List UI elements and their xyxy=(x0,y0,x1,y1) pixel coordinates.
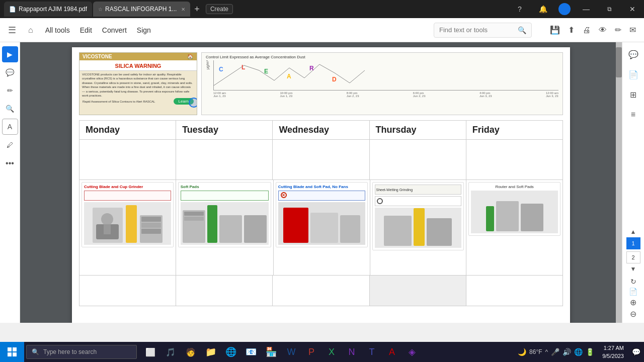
minimize-button[interactable]: — xyxy=(575,0,598,18)
draw-tool[interactable]: ✏ xyxy=(2,82,18,99)
new-tab-button[interactable]: + xyxy=(190,0,204,18)
tray-chevron[interactable]: ^ xyxy=(545,348,548,355)
svg-text:E: E xyxy=(264,68,268,75)
assessment-text: Rapid Assessment of Silica Contours to A… xyxy=(83,100,155,103)
zoom-out-icon[interactable]: ⊖ xyxy=(630,309,636,319)
svg-rect-11 xyxy=(8,352,12,356)
excel-icon[interactable]: X xyxy=(322,342,341,362)
cal-cell-empty-thu xyxy=(370,140,466,179)
chart-unit: μg/m³ xyxy=(206,60,209,69)
notification-icon[interactable]: 💬 xyxy=(628,342,644,362)
refresh-icon[interactable]: ↻ xyxy=(630,278,636,286)
nav-convert[interactable]: Convert xyxy=(102,26,127,34)
powerpoint-icon[interactable]: P xyxy=(302,342,321,362)
explorer-icon[interactable]: 📁 xyxy=(201,342,220,362)
cal-bottom-mon xyxy=(79,276,176,306)
home-icon[interactable]: ⌂ xyxy=(28,26,33,35)
pen-icon[interactable]: ✏ xyxy=(615,25,621,35)
svg-rect-12 xyxy=(13,352,17,356)
pdf-page: VICOSTONE 🏠 SILICA WARNING VICOSTONE pro… xyxy=(72,47,570,323)
start-button[interactable] xyxy=(0,342,24,362)
text-tool[interactable]: A xyxy=(2,119,18,135)
cal-wed-activity: Cutting Blade and Soft Pad, No Fans ✕ xyxy=(274,180,370,275)
word-icon[interactable]: W xyxy=(282,342,301,362)
teams-icon[interactable]: T xyxy=(362,342,381,362)
upload-icon[interactable]: ⬆ xyxy=(568,25,575,35)
svg-rect-10 xyxy=(13,347,17,351)
search-input[interactable] xyxy=(439,26,515,34)
bell-icon[interactable]: 🔔 xyxy=(531,0,554,18)
view-icon[interactable]: 👁 xyxy=(599,26,607,35)
onenote-icon[interactable]: N xyxy=(342,342,361,362)
nav-alltools[interactable]: All tools xyxy=(45,26,70,34)
mail-icon[interactable]: ✉ xyxy=(629,25,636,35)
tab-1[interactable]: 📄 Rappaport AJIM 1984.pdf xyxy=(4,2,92,17)
page-1-button[interactable]: 1 xyxy=(626,237,640,249)
tray-moon-icon: 🌙 xyxy=(518,348,526,356)
edge-icon[interactable]: 🌐 xyxy=(221,342,240,362)
select-tool[interactable]: ▶ xyxy=(2,46,18,62)
right-thumbnail-icon[interactable]: 📄 xyxy=(625,66,641,82)
tab1-favicon: 📄 xyxy=(9,6,16,13)
svg-rect-8 xyxy=(104,224,111,234)
nav-edit[interactable]: Edit xyxy=(80,26,92,34)
page-2-button[interactable]: 2 xyxy=(626,251,640,263)
svg-text:D: D xyxy=(332,76,337,83)
wed-card-bar-graph: ✕ xyxy=(278,191,365,201)
tue-card-image xyxy=(181,202,269,245)
scroll-down-arrow[interactable]: ▼ xyxy=(630,265,636,273)
tray-battery-icon: 🔋 xyxy=(586,348,594,356)
day-friday: Friday xyxy=(466,121,562,139)
acrobat-icon[interactable]: A xyxy=(382,342,401,362)
mail-taskbar-icon[interactable]: 📧 xyxy=(242,342,261,362)
toolbar-icons: 💾 ⬆ 🖨 👁 ✏ ✉ xyxy=(550,25,636,35)
calendar-grid: Monday Tuesday Wednesday Thursday Friday xyxy=(79,120,563,306)
taskbar-clock[interactable]: 1:27 AM 9/5/2023 xyxy=(598,344,628,360)
person-icon[interactable]: 🧑 xyxy=(181,342,200,362)
close-button[interactable]: ✕ xyxy=(621,0,644,18)
zoom-tool[interactable]: 🔍 xyxy=(2,101,18,117)
save-icon[interactable]: 💾 xyxy=(550,25,560,35)
taskview-icon[interactable]: ⬜ xyxy=(141,342,160,362)
maximize-button[interactable]: ⧉ xyxy=(598,0,621,18)
vs-icon[interactable]: ◈ xyxy=(403,342,422,362)
comment-tool[interactable]: 💬 xyxy=(2,64,18,80)
tab2-close[interactable]: ✕ xyxy=(181,7,185,12)
silica-warning-title: SILICA WARNING xyxy=(115,63,162,69)
create-button[interactable]: Create xyxy=(206,4,233,14)
music-icon[interactable]: 🎵 xyxy=(161,342,180,362)
mon-card-bar-graph xyxy=(84,191,171,201)
cal-thu-activity: Sheet-Wetting Grinding xyxy=(370,180,467,275)
help-icon[interactable]: ? xyxy=(508,0,531,18)
nav-sign[interactable]: Sign xyxy=(137,26,151,34)
day-monday: Monday xyxy=(79,121,176,139)
right-comment-icon[interactable]: 💬 xyxy=(625,46,641,62)
svg-text:R: R xyxy=(309,65,314,72)
search-box[interactable]: 🔍 xyxy=(434,23,532,38)
right-grid-icon[interactable]: ⊞ xyxy=(625,86,641,103)
silica-body-text: VICOSTONE products can be used safely fo… xyxy=(79,71,197,97)
left-sidebar: ▶ 💬 ✏ 🔍 A 🖊 ••• xyxy=(0,42,20,323)
signature-tool[interactable]: 🖊 xyxy=(2,137,18,153)
taskbar-search[interactable]: 🔍 Type here to search xyxy=(26,345,137,359)
hamburger-menu-icon[interactable]: ☰ xyxy=(8,25,16,36)
fit-page-icon[interactable]: 📄 xyxy=(629,288,637,296)
tab2-star: ☆ xyxy=(98,7,103,12)
right-layers-icon[interactable]: ≡ xyxy=(625,107,641,123)
print-icon[interactable]: 🖨 xyxy=(583,26,591,35)
vertical-scrollbar[interactable] xyxy=(616,42,622,323)
day-wednesday: Wednesday xyxy=(273,121,369,139)
user-avatar[interactable] xyxy=(558,3,571,15)
store-icon[interactable]: 🏪 xyxy=(262,342,281,362)
cal-bottom-tue xyxy=(176,276,273,306)
activity-card-fri: Router and Soft Pads xyxy=(468,182,560,236)
tab-2[interactable]: ☆ RASCAL INFOGRAPH 1... ✕ xyxy=(93,2,190,17)
tray-network-icon[interactable]: 🌐 xyxy=(574,348,583,356)
day-tuesday: Tuesday xyxy=(176,121,273,139)
tray-volume-icon[interactable]: 🔊 xyxy=(562,348,571,356)
scroll-up-arrow[interactable]: ▲ xyxy=(630,228,636,235)
tab2-label: RASCAL INFOGRAPH 1... xyxy=(105,6,177,13)
more-tools[interactable]: ••• xyxy=(6,159,14,168)
cal-cell-empty-mon xyxy=(79,140,176,179)
zoom-in-icon[interactable]: ⊕ xyxy=(630,298,636,307)
